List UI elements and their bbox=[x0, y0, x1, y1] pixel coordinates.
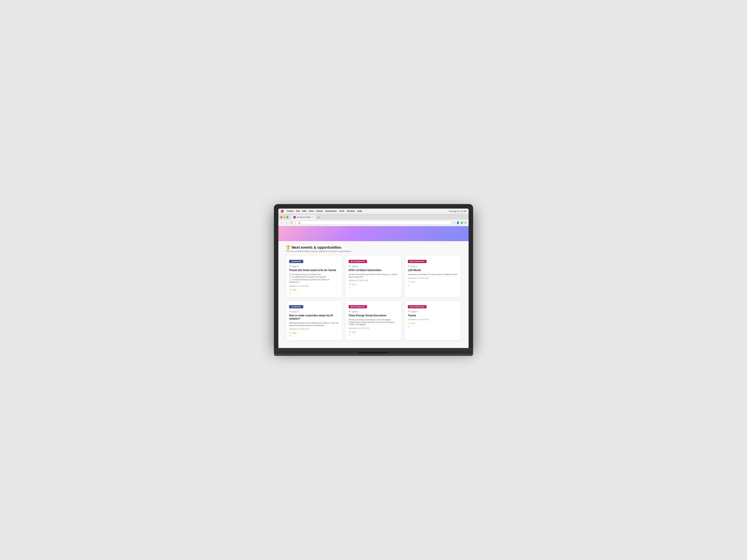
card-description-5: Present your startup to executives of on… bbox=[349, 319, 398, 326]
profile-icon[interactable]: 👤 bbox=[457, 221, 459, 224]
forward-button[interactable]: › bbox=[285, 220, 288, 225]
browser-chrome: Incubee Events ✕ + ‹ › ↻ 🔒 ☆ 👤 bbox=[278, 214, 469, 226]
event-card-1: LEARNING Station F Trouve des fonds avan… bbox=[286, 256, 342, 298]
page-header bbox=[278, 226, 469, 241]
menu-file[interactable]: File bbox=[296, 210, 300, 212]
main-content: 🏆 Next events & opportunities Find here … bbox=[278, 241, 469, 348]
laptop-base bbox=[274, 348, 473, 353]
card-description-2: Ask all of the questions you have in min… bbox=[349, 273, 398, 278]
laptop: 🍎 Firefox File Edit View History Bookmar… bbox=[274, 204, 473, 356]
card-date-2: September 8, 2024 13:30 bbox=[349, 279, 398, 281]
event-card-5: MATCHMAKING Station F China Energy Group… bbox=[345, 301, 402, 341]
menu-edit[interactable]: Edit bbox=[302, 210, 306, 212]
event-card-3: MATCHMAKING Station F LEX Mundi Ask part… bbox=[405, 256, 461, 298]
share-icon-5[interactable]: ↗ bbox=[349, 334, 398, 337]
badge-matchmaking-6: MATCHMAKING bbox=[408, 305, 427, 309]
card-title-6: Toyota bbox=[408, 314, 458, 317]
address-bar[interactable]: 🔒 bbox=[295, 220, 452, 225]
card-venue-4: Station F bbox=[289, 311, 339, 313]
menubar-right: Tue Aug 20 1:21 AM bbox=[449, 210, 467, 212]
screen-bezel: 🍎 Firefox File Edit View History Bookmar… bbox=[274, 204, 473, 348]
bookmark-icon[interactable]: ☆ bbox=[453, 221, 456, 224]
toolbar-actions: ☆ 👤 🧩 ☰ bbox=[453, 221, 467, 224]
share-icon-6[interactable]: ↗ bbox=[408, 325, 458, 328]
card-venue-1: Station F bbox=[289, 266, 339, 268]
card-title-4: How to make corporates adopt my AI solut… bbox=[289, 314, 339, 320]
share-icon-2[interactable]: ↗ bbox=[349, 286, 398, 289]
close-traffic-light[interactable] bbox=[280, 216, 282, 218]
card-title-2: CFO's of Dutch Universities bbox=[349, 269, 398, 272]
page-title-section: 🏆 Next events & opportunities Find here … bbox=[286, 245, 461, 252]
event-card-2: MATCHMAKING Station F CFO's of Dutch Uni… bbox=[345, 256, 402, 298]
page-subtitle: Find here all matchmaking, learning, vis… bbox=[286, 250, 461, 252]
card-title-3: LEX Mundi bbox=[408, 269, 458, 272]
fullscreen-traffic-light[interactable] bbox=[286, 216, 288, 218]
badge-matchmaking-5: MATCHMAKING bbox=[349, 305, 367, 309]
card-venue-3: Station F bbox=[408, 266, 458, 268]
new-tab-button[interactable]: + bbox=[316, 215, 320, 219]
menu-time: Tue Aug 20 1:21 AM bbox=[449, 210, 467, 212]
menubar-left: 🍎 Firefox File Edit View History Bookmar… bbox=[280, 210, 362, 213]
tab-close-icon[interactable]: ✕ bbox=[311, 216, 313, 218]
card-description-4: Meet big corporates who are looking for … bbox=[289, 322, 339, 327]
menu-dots-icon[interactable]: ☰ bbox=[464, 221, 467, 224]
active-browser-tab[interactable]: Incubee Events ✕ bbox=[291, 215, 316, 219]
apply-link-5[interactable]: Apply bbox=[349, 331, 398, 333]
macos-menubar: 🍎 Firefox File Edit View History Bookmar… bbox=[278, 209, 469, 214]
menu-firefox[interactable]: Firefox bbox=[287, 210, 294, 212]
badge-matchmaking-2: MATCHMAKING bbox=[349, 260, 367, 263]
page-content: 🏆 Next events & opportunities Find here … bbox=[278, 226, 469, 348]
event-card-4: LEARNING Station F How to make corporate… bbox=[286, 301, 342, 341]
browser-toolbar: ‹ › ↻ 🔒 ☆ 👤 🧩 ☰ bbox=[278, 219, 469, 226]
apply-link-2[interactable]: Apply bbox=[349, 283, 398, 285]
menu-tools[interactable]: Tools bbox=[339, 210, 344, 212]
cards-grid: LEARNING Station F Trouve des fonds avan… bbox=[286, 256, 461, 341]
laptop-screen: 🍎 Firefox File Edit View History Bookmar… bbox=[278, 209, 469, 348]
card-date-1: September 6, 2024 18:00 bbox=[289, 285, 339, 287]
event-card-6: MATCHMAKING Station F Toyota September 2… bbox=[405, 301, 461, 341]
card-bullets-1: 🔑 Les étapes clés pour un bridge réussi … bbox=[289, 273, 339, 284]
apply-link-6[interactable]: Apply bbox=[408, 322, 458, 324]
card-title-5: China Energy Group Executives bbox=[349, 314, 398, 317]
apply-link-4[interactable]: Apply bbox=[289, 332, 339, 334]
card-date-6: September 23, 2024 14:00 bbox=[408, 319, 458, 320]
menu-help[interactable]: Help bbox=[357, 210, 362, 212]
share-icon-4[interactable]: ↗ bbox=[289, 335, 339, 337]
apply-link-3[interactable]: Apply bbox=[408, 281, 458, 283]
page-title: 🏆 Next events & opportunities bbox=[286, 245, 461, 250]
badge-learning-4: LEARNING bbox=[289, 305, 303, 309]
tab-label: Incubee Events bbox=[297, 216, 310, 218]
card-venue-2: Station F bbox=[349, 266, 398, 268]
extensions-icon[interactable]: 🧩 bbox=[460, 221, 463, 224]
traffic-lights bbox=[280, 216, 288, 218]
badge-matchmaking-3: MATCHMAKING bbox=[408, 260, 427, 263]
card-date-3: September 11, 2024 14:00 bbox=[408, 277, 458, 279]
menu-view[interactable]: View bbox=[309, 210, 313, 212]
tab-favicon-icon bbox=[293, 216, 296, 218]
card-venue-6: Station F bbox=[408, 311, 458, 313]
minimize-traffic-light[interactable] bbox=[283, 216, 285, 218]
reload-button[interactable]: ↻ bbox=[289, 220, 294, 225]
tab-bar: Incubee Events ✕ + bbox=[278, 214, 469, 219]
share-icon-1[interactable]: ↗ bbox=[289, 292, 339, 294]
card-title-1: Trouve des fonds avant la fin de l'année bbox=[289, 269, 339, 272]
menu-bookmarks[interactable]: Bookmarks bbox=[326, 210, 337, 212]
menu-window[interactable]: Window bbox=[347, 210, 355, 212]
laptop-foot bbox=[274, 353, 473, 356]
apply-link-1[interactable]: Apply bbox=[289, 289, 339, 291]
menu-history[interactable]: History bbox=[316, 210, 323, 212]
lock-icon: 🔒 bbox=[298, 221, 301, 224]
share-icon-3[interactable]: ↗ bbox=[408, 284, 458, 287]
back-button[interactable]: ‹ bbox=[280, 220, 283, 225]
card-description-3: Ask partners of a lawyer firm if your so… bbox=[408, 273, 458, 276]
card-date-4: September 12, 2024 10:37 bbox=[289, 328, 339, 330]
apple-logo-icon: 🍎 bbox=[280, 210, 284, 213]
card-venue-5: Station F bbox=[349, 311, 398, 313]
card-date-5: September 16, 2024 14:03 bbox=[349, 327, 398, 329]
badge-learning-1: LEARNING bbox=[289, 260, 303, 263]
